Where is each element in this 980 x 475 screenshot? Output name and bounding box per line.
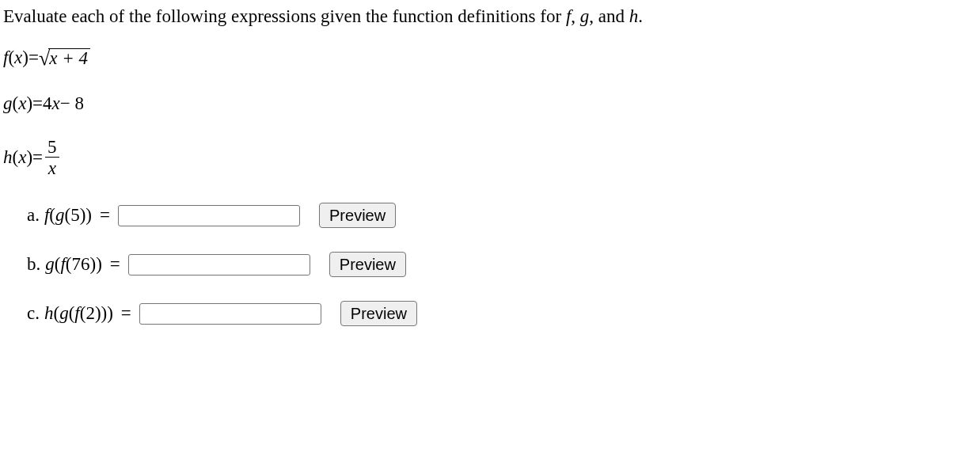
- qc-paren3: (: [80, 303, 86, 324]
- qb-paren3: )): [89, 254, 101, 275]
- answer-input-b[interactable]: [128, 254, 310, 276]
- qc-eq: =: [121, 303, 131, 324]
- qa-arg: 5: [70, 205, 80, 226]
- question-c-letter: c.: [27, 303, 40, 324]
- qb-eq: =: [110, 254, 120, 275]
- def-h-eq: =: [32, 147, 43, 168]
- definition-g: g(x) = 4x − 8: [3, 92, 980, 116]
- def-g-fn: g: [3, 93, 13, 114]
- def-f-eq: =: [28, 48, 39, 68]
- def-f-radicand: x + 4: [49, 48, 88, 68]
- qc-paren2: (: [69, 303, 75, 324]
- prompt-post: .: [638, 6, 643, 26]
- definition-h: h(x) = 5 x: [3, 138, 980, 177]
- preview-button-a[interactable]: Preview: [319, 203, 396, 228]
- sqrt-icon: √ x + 4: [39, 48, 90, 67]
- answer-input-c[interactable]: [139, 303, 321, 325]
- question-c: c. h(g(f(2))) = Preview: [27, 301, 980, 326]
- qa-paren2: (: [65, 205, 71, 226]
- radical-symbol-icon: √: [39, 50, 50, 67]
- qa-paren1: (: [49, 205, 55, 226]
- qb-fn-outer: g: [45, 254, 55, 275]
- question-a-letter: a.: [27, 205, 40, 226]
- qa-paren3: )): [80, 205, 92, 226]
- fraction-icon: 5 x: [44, 138, 60, 177]
- def-h-paren-close: ): [26, 147, 32, 168]
- prompt-fn-g: g: [580, 6, 590, 26]
- def-g-var: x: [18, 93, 26, 114]
- def-h-fn: h: [3, 147, 13, 168]
- preview-button-b[interactable]: Preview: [329, 252, 406, 277]
- question-a: a. f(g(5)) = Preview: [27, 203, 980, 228]
- qc-arg: 2: [85, 303, 95, 324]
- def-g-rest: − 8: [60, 93, 84, 114]
- qa-fn-inner: g: [55, 205, 65, 226]
- qb-paren2: (: [66, 254, 72, 275]
- qb-arg: 76: [71, 254, 89, 275]
- qb-paren1: (: [55, 254, 61, 275]
- qc-paren4: ))): [95, 303, 113, 324]
- def-g-eq: =: [32, 93, 43, 114]
- prompt-text-pre: Evaluate each of the following expressio…: [3, 6, 566, 26]
- answer-input-a[interactable]: [118, 205, 300, 226]
- prompt-sep2: , and: [589, 6, 629, 26]
- qc-fn-outer: h: [44, 303, 54, 324]
- preview-button-c[interactable]: Preview: [340, 301, 417, 326]
- def-h-den: x: [48, 158, 56, 178]
- prompt-fn-h: h: [629, 6, 639, 26]
- qc-paren1: (: [53, 303, 59, 324]
- def-f-var: x: [14, 48, 22, 68]
- qc-fn-mid: g: [59, 303, 69, 324]
- qa-eq: =: [100, 205, 110, 226]
- def-g-paren-close: ): [26, 93, 32, 114]
- def-g-coeff: 4: [43, 93, 52, 114]
- prompt-sep1: ,: [571, 6, 580, 26]
- def-f-paren-close: ): [22, 48, 28, 68]
- def-g-rhs-var: x: [52, 93, 60, 114]
- question-b-letter: b.: [27, 254, 40, 275]
- def-f-paren-open: (: [8, 48, 14, 68]
- definition-f: f(x) = √ x + 4: [3, 46, 980, 70]
- def-h-num: 5: [44, 138, 60, 157]
- question-b: b. g(f(76)) = Preview: [27, 252, 980, 277]
- problem-prompt: Evaluate each of the following expressio…: [3, 6, 980, 27]
- def-h-var: x: [18, 147, 26, 168]
